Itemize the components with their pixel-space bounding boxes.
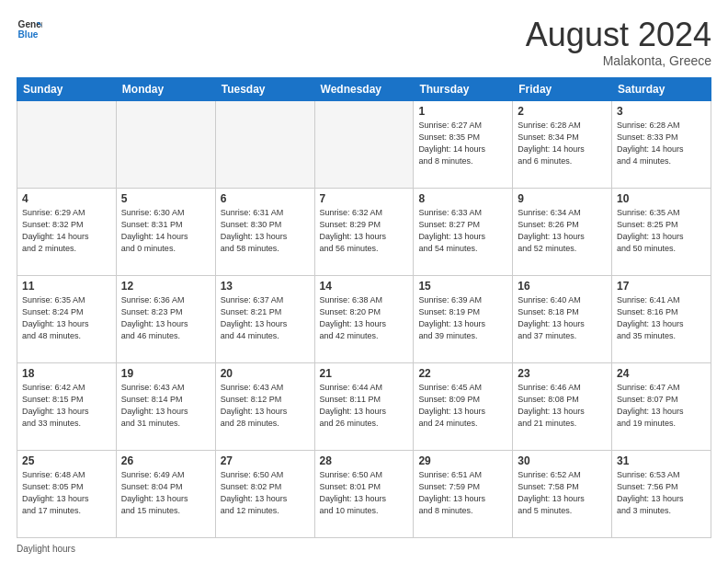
calendar-cell-2: 2Sunrise: 6:28 AM Sunset: 8:34 PM Daylig… bbox=[513, 100, 612, 188]
day-number: 16 bbox=[518, 280, 607, 293]
col-header-tuesday: Tuesday bbox=[215, 77, 314, 100]
day-info: Sunrise: 6:47 AM Sunset: 8:07 PM Dayligh… bbox=[617, 382, 706, 430]
calendar-cell-16: 16Sunrise: 6:40 AM Sunset: 8:18 PM Dayli… bbox=[513, 275, 612, 362]
col-header-saturday: Saturday bbox=[612, 77, 711, 100]
day-number: 27 bbox=[221, 454, 310, 467]
calendar-cell-4: 4Sunrise: 6:29 AM Sunset: 8:32 PM Daylig… bbox=[17, 188, 117, 275]
day-number: 19 bbox=[121, 367, 210, 380]
day-number: 29 bbox=[418, 454, 507, 467]
day-number: 30 bbox=[518, 454, 607, 467]
day-number: 5 bbox=[121, 192, 210, 205]
calendar-cell-17: 17Sunrise: 6:41 AM Sunset: 8:16 PM Dayli… bbox=[612, 275, 711, 362]
title-block: August 2024 Malakonta, Greece bbox=[526, 17, 711, 68]
day-info: Sunrise: 6:49 AM Sunset: 8:04 PM Dayligh… bbox=[121, 469, 210, 517]
calendar-cell-29: 29Sunrise: 6:51 AM Sunset: 7:59 PM Dayli… bbox=[414, 450, 513, 537]
day-info: Sunrise: 6:53 AM Sunset: 7:56 PM Dayligh… bbox=[617, 469, 706, 517]
calendar-cell-27: 27Sunrise: 6:50 AM Sunset: 8:02 PM Dayli… bbox=[215, 450, 314, 537]
header: General Blue August 2024 Malakonta, Gree… bbox=[17, 17, 711, 68]
day-info: Sunrise: 6:35 AM Sunset: 8:24 PM Dayligh… bbox=[22, 294, 111, 342]
day-info: Sunrise: 6:28 AM Sunset: 8:33 PM Dayligh… bbox=[617, 120, 706, 167]
calendar-table: SundayMondayTuesdayWednesdayThursdayFrid… bbox=[17, 77, 711, 538]
day-number: 13 bbox=[221, 280, 310, 293]
day-number: 12 bbox=[121, 280, 210, 293]
day-number: 25 bbox=[22, 454, 111, 467]
svg-text:Blue: Blue bbox=[18, 29, 39, 40]
calendar-cell-15: 15Sunrise: 6:39 AM Sunset: 8:19 PM Dayli… bbox=[414, 275, 513, 362]
day-number: 22 bbox=[418, 367, 507, 380]
day-number: 14 bbox=[320, 280, 409, 293]
calendar-cell-13: 13Sunrise: 6:37 AM Sunset: 8:21 PM Dayli… bbox=[215, 275, 314, 362]
main-title: August 2024 bbox=[526, 17, 711, 53]
day-info: Sunrise: 6:45 AM Sunset: 8:09 PM Dayligh… bbox=[418, 382, 507, 430]
calendar-cell-19: 19Sunrise: 6:43 AM Sunset: 8:14 PM Dayli… bbox=[116, 362, 215, 450]
calendar-cell-14: 14Sunrise: 6:38 AM Sunset: 8:20 PM Dayli… bbox=[314, 275, 414, 362]
calendar-cell-20: 20Sunrise: 6:43 AM Sunset: 8:12 PM Dayli… bbox=[215, 362, 314, 450]
calendar-cell-5: 5Sunrise: 6:30 AM Sunset: 8:31 PM Daylig… bbox=[116, 188, 215, 275]
day-info: Sunrise: 6:35 AM Sunset: 8:25 PM Dayligh… bbox=[617, 207, 706, 255]
calendar-week-5: 25Sunrise: 6:48 AM Sunset: 8:05 PM Dayli… bbox=[17, 450, 711, 537]
day-number: 24 bbox=[617, 367, 706, 380]
calendar-week-1: 1Sunrise: 6:27 AM Sunset: 8:35 PM Daylig… bbox=[17, 100, 711, 188]
day-number: 9 bbox=[518, 192, 607, 205]
calendar-cell-24: 24Sunrise: 6:47 AM Sunset: 8:07 PM Dayli… bbox=[612, 362, 711, 450]
col-header-wednesday: Wednesday bbox=[314, 77, 414, 100]
calendar-header-row: SundayMondayTuesdayWednesdayThursdayFrid… bbox=[17, 77, 711, 100]
calendar-cell-empty-1 bbox=[116, 100, 215, 188]
calendar-cell-31: 31Sunrise: 6:53 AM Sunset: 7:56 PM Dayli… bbox=[612, 450, 711, 537]
col-header-thursday: Thursday bbox=[414, 77, 513, 100]
day-info: Sunrise: 6:44 AM Sunset: 8:11 PM Dayligh… bbox=[320, 382, 409, 430]
day-info: Sunrise: 6:38 AM Sunset: 8:20 PM Dayligh… bbox=[320, 294, 409, 342]
day-info: Sunrise: 6:28 AM Sunset: 8:34 PM Dayligh… bbox=[518, 120, 607, 167]
day-number: 28 bbox=[320, 454, 409, 467]
day-info: Sunrise: 6:50 AM Sunset: 8:01 PM Dayligh… bbox=[320, 469, 409, 517]
day-number: 8 bbox=[418, 192, 507, 205]
calendar-cell-11: 11Sunrise: 6:35 AM Sunset: 8:24 PM Dayli… bbox=[17, 275, 117, 362]
page: General Blue August 2024 Malakonta, Gree… bbox=[0, 0, 728, 563]
calendar-cell-empty-3 bbox=[314, 100, 414, 188]
day-number: 2 bbox=[518, 105, 607, 118]
day-info: Sunrise: 6:41 AM Sunset: 8:16 PM Dayligh… bbox=[617, 294, 706, 342]
calendar-cell-23: 23Sunrise: 6:46 AM Sunset: 8:08 PM Dayli… bbox=[513, 362, 612, 450]
calendar-cell-10: 10Sunrise: 6:35 AM Sunset: 8:25 PM Dayli… bbox=[612, 188, 711, 275]
day-info: Sunrise: 6:33 AM Sunset: 8:27 PM Dayligh… bbox=[418, 207, 507, 255]
day-number: 21 bbox=[320, 367, 409, 380]
day-number: 10 bbox=[617, 192, 706, 205]
day-info: Sunrise: 6:43 AM Sunset: 8:14 PM Dayligh… bbox=[121, 382, 210, 430]
logo: General Blue bbox=[17, 17, 42, 42]
day-info: Sunrise: 6:30 AM Sunset: 8:31 PM Dayligh… bbox=[121, 207, 210, 255]
day-info: Sunrise: 6:36 AM Sunset: 8:23 PM Dayligh… bbox=[121, 294, 210, 342]
day-info: Sunrise: 6:46 AM Sunset: 8:08 PM Dayligh… bbox=[518, 382, 607, 430]
day-info: Sunrise: 6:48 AM Sunset: 8:05 PM Dayligh… bbox=[22, 469, 111, 517]
calendar-cell-9: 9Sunrise: 6:34 AM Sunset: 8:26 PM Daylig… bbox=[513, 188, 612, 275]
day-info: Sunrise: 6:29 AM Sunset: 8:32 PM Dayligh… bbox=[22, 207, 111, 255]
day-number: 23 bbox=[518, 367, 607, 380]
col-header-friday: Friday bbox=[513, 77, 612, 100]
day-number: 17 bbox=[617, 280, 706, 293]
day-number: 4 bbox=[22, 192, 111, 205]
col-header-sunday: Sunday bbox=[17, 77, 117, 100]
day-number: 6 bbox=[221, 192, 310, 205]
calendar-cell-28: 28Sunrise: 6:50 AM Sunset: 8:01 PM Dayli… bbox=[314, 450, 414, 537]
day-number: 7 bbox=[320, 192, 409, 205]
day-info: Sunrise: 6:31 AM Sunset: 8:30 PM Dayligh… bbox=[221, 207, 310, 255]
calendar-cell-22: 22Sunrise: 6:45 AM Sunset: 8:09 PM Dayli… bbox=[414, 362, 513, 450]
day-number: 15 bbox=[418, 280, 507, 293]
calendar-cell-7: 7Sunrise: 6:32 AM Sunset: 8:29 PM Daylig… bbox=[314, 188, 414, 275]
day-info: Sunrise: 6:51 AM Sunset: 7:59 PM Dayligh… bbox=[418, 469, 507, 517]
calendar-cell-26: 26Sunrise: 6:49 AM Sunset: 8:04 PM Dayli… bbox=[116, 450, 215, 537]
calendar-cell-6: 6Sunrise: 6:31 AM Sunset: 8:30 PM Daylig… bbox=[215, 188, 314, 275]
generalblue-logo-icon: General Blue bbox=[17, 17, 42, 42]
day-info: Sunrise: 6:42 AM Sunset: 8:15 PM Dayligh… bbox=[22, 382, 111, 430]
day-info: Sunrise: 6:34 AM Sunset: 8:26 PM Dayligh… bbox=[518, 207, 607, 255]
daylight-hours-label: Daylight hours bbox=[17, 544, 75, 554]
day-number: 20 bbox=[221, 367, 310, 380]
calendar-week-3: 11Sunrise: 6:35 AM Sunset: 8:24 PM Dayli… bbox=[17, 275, 711, 362]
day-info: Sunrise: 6:39 AM Sunset: 8:19 PM Dayligh… bbox=[418, 294, 507, 342]
calendar-week-2: 4Sunrise: 6:29 AM Sunset: 8:32 PM Daylig… bbox=[17, 188, 711, 275]
day-number: 18 bbox=[22, 367, 111, 380]
day-number: 3 bbox=[617, 105, 706, 118]
day-number: 1 bbox=[418, 105, 507, 118]
day-info: Sunrise: 6:40 AM Sunset: 8:18 PM Dayligh… bbox=[518, 294, 607, 342]
calendar-cell-12: 12Sunrise: 6:36 AM Sunset: 8:23 PM Dayli… bbox=[116, 275, 215, 362]
day-info: Sunrise: 6:52 AM Sunset: 7:58 PM Dayligh… bbox=[518, 469, 607, 517]
